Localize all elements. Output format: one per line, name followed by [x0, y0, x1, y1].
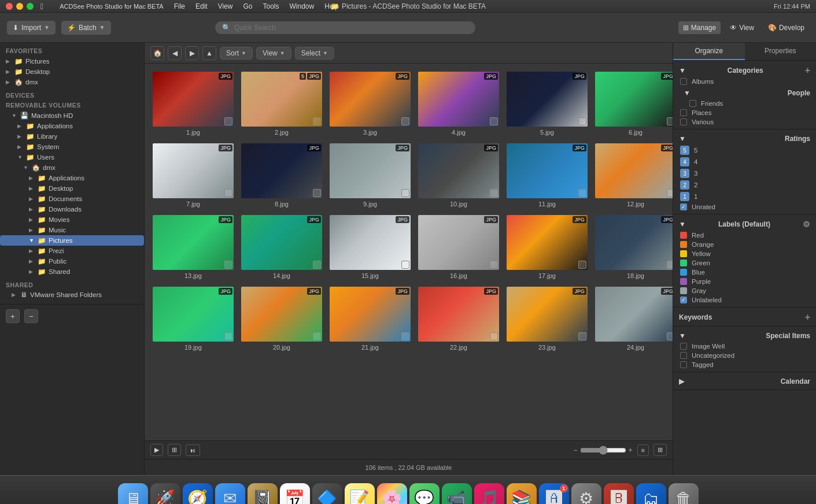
- dock-item-contacts[interactable]: 📓: [248, 483, 278, 504]
- labels-header[interactable]: ▼ Labels (Default) ⚙: [673, 217, 816, 231]
- photo-item-11[interactable]: JPG11.jpg: [504, 141, 590, 210]
- photo-select-checkbox[interactable]: [224, 332, 232, 340]
- rating-4-row[interactable]: 4 4: [673, 156, 816, 168]
- uncategorized-row[interactable]: Uncategorized: [673, 351, 816, 360]
- dock-item-settings[interactable]: ⚙: [571, 483, 601, 504]
- photo-item-20[interactable]: JPG20.jpg: [239, 284, 324, 353]
- photo-item-12[interactable]: JPG12.jpg: [593, 141, 673, 210]
- sidebar-item-dmx[interactable]: ▶ 🏠 dmx: [0, 77, 144, 87]
- photo-item-4[interactable]: JPG4.jpg: [416, 69, 501, 138]
- sidebar-item-vmware[interactable]: ▶ 🖥 VMware Shared Folders: [0, 290, 144, 299]
- sidebar-item-applications[interactable]: ▶ 📁 Applications: [0, 121, 144, 131]
- unrated-checkbox[interactable]: ✓: [680, 203, 687, 210]
- photo-item-23[interactable]: JPG23.jpg: [504, 284, 590, 353]
- photo-select-checkbox[interactable]: [490, 332, 498, 340]
- photo-select-checkbox[interactable]: [490, 189, 498, 197]
- add-folder-button[interactable]: +: [6, 309, 20, 323]
- photo-item-5[interactable]: JPG5.jpg: [504, 69, 590, 138]
- search-input[interactable]: [234, 24, 468, 32]
- albums-checkbox[interactable]: [680, 78, 687, 85]
- sidebar-item-desktop[interactable]: ▶ 📁 Desktop: [0, 66, 144, 77]
- sidebar-item-dmx-documents[interactable]: ▶ 📁 Documents: [0, 194, 144, 204]
- photo-item-1[interactable]: JPG1.jpg: [150, 69, 236, 138]
- ratings-header[interactable]: ▼ Ratings: [673, 132, 816, 144]
- slideshow-button[interactable]: ▶: [150, 444, 163, 456]
- dock-item-books[interactable]: 📚: [507, 483, 537, 504]
- labels-settings-icon[interactable]: ⚙: [803, 220, 810, 229]
- label-yellow-row[interactable]: Yellow: [673, 249, 816, 258]
- image-well-row[interactable]: Image Well: [673, 342, 816, 351]
- sidebar-item-dmx-public[interactable]: ▶ 📁 Public: [0, 256, 144, 266]
- sidebar-item-system[interactable]: ▶ 📁 System: [0, 142, 144, 152]
- photo-item-22[interactable]: JPG22.jpg: [416, 284, 501, 353]
- remove-folder-button[interactable]: −: [24, 309, 38, 323]
- tab-properties[interactable]: Properties: [745, 43, 817, 60]
- dock-item-appstore[interactable]: 🅰1: [539, 483, 569, 504]
- menu-view[interactable]: View: [213, 1, 238, 12]
- menu-app[interactable]: ACDSee Photo Studio for Mac BETA: [55, 2, 168, 11]
- photo-select-checkbox[interactable]: [667, 261, 673, 269]
- menu-tools[interactable]: Tools: [259, 1, 284, 12]
- tagged-checkbox[interactable]: [680, 361, 687, 368]
- label-orange-row[interactable]: Orange: [673, 240, 816, 249]
- photo-item-14[interactable]: JPG14.jpg: [239, 213, 324, 281]
- up-nav-button[interactable]: ▲: [202, 46, 216, 60]
- photo-select-checkbox[interactable]: [313, 332, 321, 340]
- photo-item-10[interactable]: JPG10.jpg: [416, 141, 501, 210]
- rating-5-row[interactable]: 5 5: [673, 144, 816, 156]
- sidebar-item-dmx-prezi[interactable]: ▶ 📁 Prezi: [0, 246, 144, 256]
- dock-item-3d[interactable]: 🔷: [312, 483, 342, 504]
- unrated-row[interactable]: ✓ Unrated: [673, 202, 816, 212]
- view-dropdown[interactable]: View ▼: [256, 47, 291, 60]
- list-view-button[interactable]: ≡: [637, 444, 649, 456]
- back-nav-button[interactable]: ◀: [168, 46, 182, 60]
- photo-select-checkbox[interactable]: [490, 261, 498, 269]
- categories-header[interactable]: ▼ Categories +: [673, 63, 816, 77]
- special-items-header[interactable]: ▼ Special Items: [673, 329, 816, 342]
- photo-select-checkbox[interactable]: [224, 117, 232, 125]
- uncategorized-checkbox[interactable]: [680, 352, 687, 359]
- rating-1-row[interactable]: 1 1: [673, 191, 816, 202]
- photo-select-checkbox[interactable]: [667, 117, 673, 125]
- unlabeled-checkbox[interactable]: ✓: [680, 297, 687, 303]
- photo-select-checkbox[interactable]: [667, 189, 673, 197]
- menu-file[interactable]: File: [169, 1, 190, 12]
- photo-item-21[interactable]: JPG21.jpg: [327, 284, 413, 353]
- zoom-slider[interactable]: [580, 446, 626, 455]
- photo-select-checkbox[interactable]: [578, 117, 586, 125]
- close-button[interactable]: [6, 3, 13, 10]
- sort-dropdown[interactable]: Sort ▼: [220, 47, 253, 60]
- friends-checkbox[interactable]: [689, 100, 696, 107]
- forward-nav-button[interactable]: ▶: [185, 46, 199, 60]
- photo-item-2[interactable]: 5JPG2.jpg: [239, 69, 324, 138]
- label-red-row[interactable]: Red: [673, 231, 816, 240]
- photo-select-checkbox[interactable]: [224, 261, 232, 269]
- develop-button[interactable]: 🎨 Develop: [763, 21, 809, 34]
- rating-2-row[interactable]: 2 2: [673, 179, 816, 191]
- photo-select-checkbox[interactable]: [401, 261, 409, 269]
- sidebar-item-dmx-user[interactable]: ▼ 🏠 dmx: [0, 162, 144, 173]
- home-nav-button[interactable]: 🏠: [150, 46, 164, 60]
- rating-3-row[interactable]: 3 3: [673, 168, 816, 179]
- sidebar-item-dmx-downloads[interactable]: ▶ 📁 Downloads: [0, 204, 144, 214]
- photo-select-checkbox[interactable]: [490, 117, 498, 125]
- sidebar-item-dmx-desktop[interactable]: ▶ 📁 Desktop: [0, 183, 144, 194]
- places-row[interactable]: Places: [673, 108, 816, 117]
- photo-item-15[interactable]: JPG15.jpg: [327, 213, 413, 281]
- label-purple-row[interactable]: Purple: [673, 277, 816, 286]
- label-unlabeled-row[interactable]: ✓ Unlabeled: [673, 295, 816, 305]
- photo-select-checkbox[interactable]: [313, 117, 321, 125]
- image-well-checkbox[interactable]: [680, 343, 687, 350]
- friends-row[interactable]: Friends: [673, 99, 816, 108]
- tab-organize[interactable]: Organize: [673, 43, 745, 60]
- add-category-button[interactable]: +: [805, 66, 810, 75]
- sidebar-item-pictures[interactable]: ▶ 📁 Pictures: [0, 56, 144, 66]
- dock-item-rocketship[interactable]: 🚀: [150, 483, 180, 504]
- sidebar-item-dmx-movies[interactable]: ▶ 📁 Movies: [0, 214, 144, 225]
- maximize-button[interactable]: [27, 3, 34, 10]
- compare-button[interactable]: ⊞: [168, 444, 181, 456]
- photo-item-19[interactable]: JPG19.jpg: [150, 284, 236, 353]
- photo-item-3[interactable]: JPG3.jpg: [327, 69, 413, 138]
- sidebar-item-library[interactable]: ▶ 📁 Library: [0, 131, 144, 142]
- label-blue-row[interactable]: Blue: [673, 268, 816, 277]
